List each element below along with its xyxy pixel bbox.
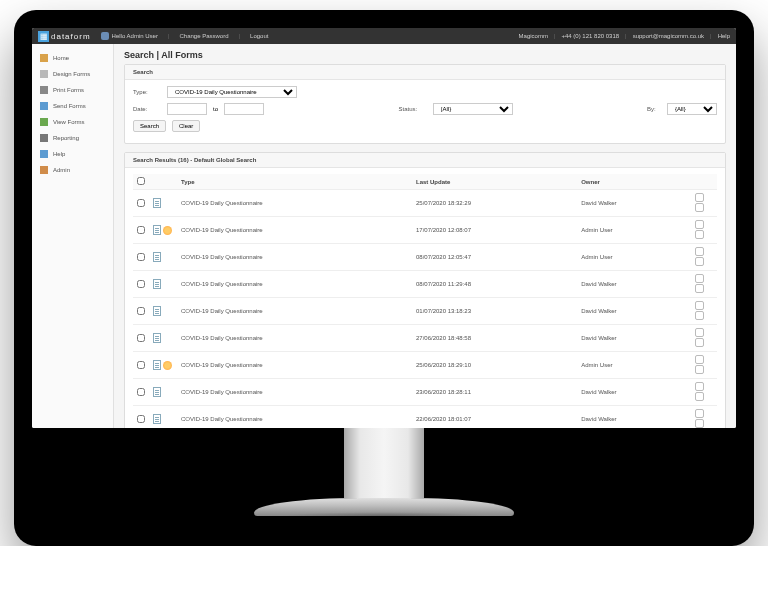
cell-last-update: 17/07/2020 12:08:07 [412, 217, 577, 244]
greeting-text: Hello Admin User [112, 33, 158, 39]
cell-type: COVID-19 Daily Questionnaire [177, 325, 412, 352]
warning-icon [163, 361, 172, 370]
view-forms-icon [40, 118, 48, 126]
edit-icon[interactable] [695, 409, 704, 418]
cell-type: COVID-19 Daily Questionnaire [177, 298, 412, 325]
col-last-update[interactable]: Last Update [412, 174, 577, 190]
search-button[interactable]: Search [133, 120, 166, 132]
row-checkbox[interactable] [137, 253, 145, 261]
row-checkbox[interactable] [137, 226, 145, 234]
table-row: COVID-19 Daily Questionnaire25/06/2020 1… [133, 352, 717, 379]
sidebar-item-admin[interactable]: Admin [32, 162, 113, 178]
sidebar-item-send-forms[interactable]: Send Forms [32, 98, 113, 114]
sidebar-item-label: Help [53, 151, 65, 157]
open-icon[interactable] [695, 338, 704, 347]
results-table: Type Last Update Owner COVID-19 Daily Qu… [133, 174, 717, 428]
table-row: COVID-19 Daily Questionnaire27/06/2020 1… [133, 325, 717, 352]
sidebar-item-label: Send Forms [53, 103, 86, 109]
sidebar-item-label: View Forms [53, 119, 85, 125]
document-icon [153, 279, 161, 289]
results-heading: Search Results (16) - Default Global Sea… [125, 153, 725, 168]
warning-icon [163, 226, 172, 235]
by-select[interactable]: {All} [667, 103, 717, 115]
cell-type: COVID-19 Daily Questionnaire [177, 190, 412, 217]
edit-icon[interactable] [695, 247, 704, 256]
cell-last-update: 01/07/2020 13:18:23 [412, 298, 577, 325]
cell-last-update: 27/06/2020 18:48:58 [412, 325, 577, 352]
cell-type: COVID-19 Daily Questionnaire [177, 352, 412, 379]
sidebar-item-help[interactable]: Help [32, 146, 113, 162]
row-checkbox[interactable] [137, 307, 145, 315]
phone-text: +44 (0) 121 820 0318 [562, 33, 620, 39]
cell-owner: Admin User [577, 217, 691, 244]
row-checkbox[interactable] [137, 280, 145, 288]
sidebar-item-label: Home [53, 55, 69, 61]
sidebar-item-design-forms[interactable]: Design Forms [32, 66, 113, 82]
open-icon[interactable] [695, 203, 704, 212]
sidebar-item-print-forms[interactable]: Print Forms [32, 82, 113, 98]
table-row: COVID-19 Daily Questionnaire23/06/2020 1… [133, 379, 717, 406]
open-icon[interactable] [695, 419, 704, 428]
row-checkbox[interactable] [137, 334, 145, 342]
col-type[interactable]: Type [177, 174, 412, 190]
document-icon [153, 414, 161, 424]
cell-last-update: 22/06/2020 18:01:07 [412, 406, 577, 429]
change-password-link[interactable]: Change Password [180, 33, 229, 39]
table-row: COVID-19 Daily Questionnaire25/07/2020 1… [133, 190, 717, 217]
row-checkbox[interactable] [137, 199, 145, 207]
open-icon[interactable] [695, 392, 704, 401]
cell-owner: Admin User [577, 352, 691, 379]
status-select[interactable]: {All} [433, 103, 513, 115]
type-select[interactable]: COVID-19 Daily Questionnaire [167, 86, 297, 98]
open-icon[interactable] [695, 311, 704, 320]
date-to-input[interactable] [224, 103, 264, 115]
edit-icon[interactable] [695, 328, 704, 337]
edit-icon[interactable] [695, 274, 704, 283]
sidebar-item-label: Reporting [53, 135, 79, 141]
cell-last-update: 08/07/2020 11:29:48 [412, 271, 577, 298]
support-email-link[interactable]: support@magicomm.co.uk [633, 33, 704, 39]
table-row: COVID-19 Daily Questionnaire22/06/2020 1… [133, 406, 717, 429]
col-owner[interactable]: Owner [577, 174, 691, 190]
logout-link[interactable]: Logout [250, 33, 268, 39]
edit-icon[interactable] [695, 355, 704, 364]
user-icon [101, 32, 109, 40]
help-link[interactable]: Help [718, 33, 730, 39]
sidebar-item-view-forms[interactable]: View Forms [32, 114, 113, 130]
monitor-stand-base [254, 498, 514, 516]
cell-type: COVID-19 Daily Questionnaire [177, 379, 412, 406]
open-icon[interactable] [695, 257, 704, 266]
sidebar-item-home[interactable]: Home [32, 50, 113, 66]
home-icon [40, 54, 48, 62]
open-icon[interactable] [695, 365, 704, 374]
cell-owner: David Walker [577, 406, 691, 429]
cell-last-update: 08/07/2020 12:05:47 [412, 244, 577, 271]
topbar: ▦ dataform Hello Admin User | Change Pas… [32, 28, 736, 44]
open-icon[interactable] [695, 284, 704, 293]
edit-icon[interactable] [695, 220, 704, 229]
document-icon [153, 252, 161, 262]
select-all-checkbox[interactable] [137, 177, 145, 185]
edit-icon[interactable] [695, 301, 704, 310]
design-forms-icon [40, 70, 48, 78]
admin-icon [40, 166, 48, 174]
table-row: COVID-19 Daily Questionnaire01/07/2020 1… [133, 298, 717, 325]
cell-owner: David Walker [577, 271, 691, 298]
edit-icon[interactable] [695, 382, 704, 391]
row-checkbox[interactable] [137, 388, 145, 396]
cell-type: COVID-19 Daily Questionnaire [177, 244, 412, 271]
monitor-device: ▦ dataform Hello Admin User | Change Pas… [14, 10, 754, 546]
cell-last-update: 25/07/2020 18:32:29 [412, 190, 577, 217]
date-from-input[interactable] [167, 103, 207, 115]
clear-button[interactable]: Clear [172, 120, 200, 132]
row-checkbox[interactable] [137, 361, 145, 369]
company-name: Magicomm [519, 33, 548, 39]
edit-icon[interactable] [695, 193, 704, 202]
open-icon[interactable] [695, 230, 704, 239]
results-panel: Search Results (16) - Default Global Sea… [124, 152, 726, 428]
row-checkbox[interactable] [137, 415, 145, 423]
document-icon [153, 387, 161, 397]
sidebar-item-reporting[interactable]: Reporting [32, 130, 113, 146]
sidebar-item-label: Admin [53, 167, 70, 173]
cell-owner: Admin User [577, 244, 691, 271]
